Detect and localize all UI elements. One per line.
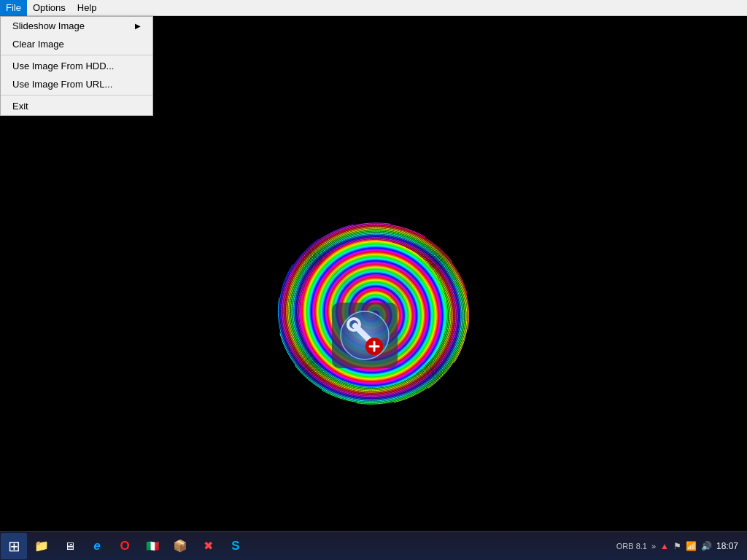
menu-file[interactable]: File <box>0 0 27 16</box>
tray-volume-icon: 🔊 <box>701 541 712 551</box>
menu-item-clear-image[interactable]: Clear Image <box>1 35 152 53</box>
menu-item-use-image-url[interactable]: Use Image From URL... <box>1 75 152 93</box>
start-button[interactable]: ⊞ <box>1 533 27 559</box>
taskbar-tray: ORB 8.1 » ▲ ⚑ 📶 🔊 18:07 <box>616 541 747 551</box>
submenu-arrow-icon: ▶ <box>135 22 141 30</box>
tray-orb-label: ORB 8.1 <box>616 542 647 551</box>
tray-triangle-icon: ▲ <box>660 541 669 551</box>
menu-item-exit[interactable]: Exit <box>1 97 152 115</box>
menu-options[interactable]: Options <box>27 0 71 16</box>
menu-separator-1 <box>1 55 152 55</box>
taskbar-icon-skype[interactable]: S <box>222 533 249 559</box>
taskbar: ⊞ 📁 🖥 e O 🇮🇹 📦 ✖ S ORB 8.1 » ▲ ⚑ 📶 🔊 18:… <box>0 531 747 560</box>
file-dropdown-menu: Slideshow Image ▶ Clear Image Use Image … <box>0 16 153 116</box>
tray-signal-icon: 📶 <box>686 541 697 551</box>
menu-separator-2 <box>1 95 152 96</box>
menubar: File Options Help <box>0 0 747 16</box>
menu-item-use-image-hdd[interactable]: Use Image From HDD... <box>1 57 152 75</box>
taskbar-icon-app1[interactable]: 📦 <box>167 533 193 559</box>
app-logo-icon <box>339 310 390 361</box>
app-icon-overlay <box>332 303 398 368</box>
taskbar-icon-italy[interactable]: 🇮🇹 <box>139 533 166 559</box>
menu-item-slideshow-image[interactable]: Slideshow Image ▶ <box>1 17 152 35</box>
tray-clock: 18:07 <box>716 541 738 551</box>
taskbar-icon-app2[interactable]: ✖ <box>195 533 221 559</box>
taskbar-icon-desktop[interactable]: 🖥 <box>56 533 82 559</box>
taskbar-icon-ie[interactable]: e <box>84 533 110 559</box>
tray-arrows: » <box>651 542 656 551</box>
taskbar-icon-explorer[interactable]: 📁 <box>28 533 55 559</box>
taskbar-icon-opera[interactable]: O <box>112 533 138 559</box>
menu-help[interactable]: Help <box>71 0 103 16</box>
tray-flag-icon: ⚑ <box>673 541 681 551</box>
